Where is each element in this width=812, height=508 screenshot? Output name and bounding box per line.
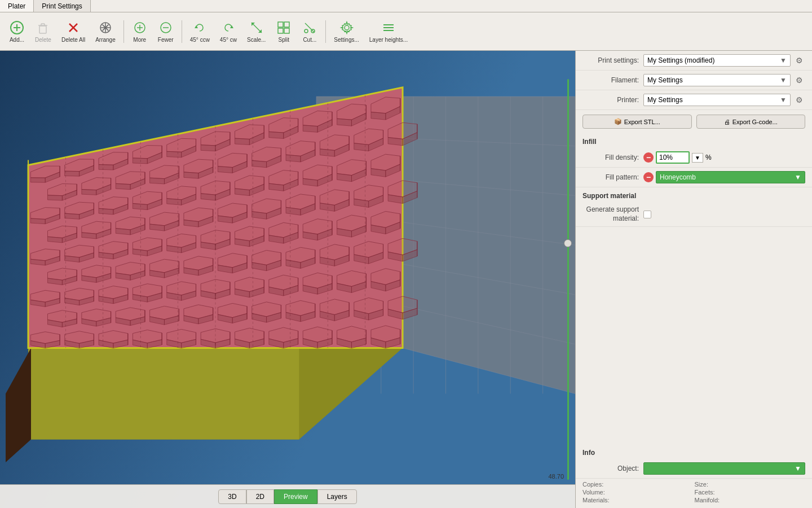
object-control: ▼ <box>643 462 805 475</box>
svg-point-30 <box>304 29 308 33</box>
manifold-key: Manifold: <box>695 497 720 503</box>
viewport[interactable]: 48.70 3D 2D Preview Layers <box>0 51 575 508</box>
object-label: Object: <box>582 465 639 472</box>
cut-label: Cut... <box>303 37 316 43</box>
svg-point-32 <box>345 25 349 30</box>
print-settings-control: My Settings (modified) ▼ ⚙ <box>643 54 805 67</box>
fill-pattern-arrow: ▼ <box>795 173 801 181</box>
object-row: Object: ▼ <box>576 459 812 479</box>
rotate-cw-label: 45° cw <box>220 37 237 43</box>
fill-pattern-decrease-btn[interactable]: − <box>643 172 654 182</box>
slider-thumb[interactable] <box>564 239 572 247</box>
more-icon <box>132 20 148 36</box>
fill-pattern-select[interactable]: Honeycomb ▼ <box>656 171 805 183</box>
info-section-header: Info <box>576 444 812 459</box>
toolbar-split[interactable]: Split <box>271 17 296 45</box>
print-settings-value: My Settings (modified) <box>647 56 714 64</box>
toolbar-settings[interactable]: Settings... <box>329 17 363 45</box>
toolbar-more[interactable]: More <box>127 17 152 45</box>
generate-support-control <box>643 211 805 218</box>
info-grid: Copies: Size: Volume: Facets: Materials:… <box>576 479 812 508</box>
toolbar-scale[interactable]: Scale... <box>242 17 270 45</box>
filament-value: My Settings <box>647 76 683 84</box>
toolbar-rotate-cw[interactable]: 45° cw <box>215 17 241 45</box>
print-settings-label: Print settings: <box>582 56 639 64</box>
view-layers-btn[interactable]: Layers <box>317 489 357 504</box>
rotate-ccw-label: 45° ccw <box>190 37 210 43</box>
infill-section-header: Infill <box>576 133 812 148</box>
view-controls: 3D 2D Preview Layers <box>0 484 575 508</box>
toolbar-more-label: More <box>133 37 146 43</box>
size-item: Size: <box>695 481 806 488</box>
fill-density-input[interactable] <box>656 151 690 164</box>
svg-rect-26 <box>284 22 289 27</box>
object-select[interactable]: ▼ <box>643 462 805 475</box>
filament-select[interactable]: My Settings ▼ <box>643 74 791 86</box>
toolbar-arrange-label: Arrange <box>95 37 116 43</box>
print-settings-select[interactable]: My Settings (modified) ▼ <box>643 54 791 67</box>
tab-print-settings[interactable]: Print Settings <box>34 0 90 12</box>
fill-density-arrow-btn[interactable]: ▼ <box>692 153 703 163</box>
toolbar-rotate-ccw[interactable]: 45° ccw <box>186 17 214 45</box>
fill-density-decrease-btn[interactable]: − <box>643 152 654 163</box>
main-area: 48.70 3D 2D Preview Layers Print setting… <box>0 51 812 508</box>
toolbar-sep-3 <box>325 20 326 43</box>
view-2d-btn[interactable]: 2D <box>246 489 274 504</box>
svg-marker-20 <box>195 25 198 28</box>
toolbar-add[interactable]: Add... <box>5 17 29 45</box>
settings-icon <box>339 20 355 36</box>
printer-label: Printer: <box>582 96 639 104</box>
split-label: Split <box>279 37 289 43</box>
split-icon <box>276 20 292 36</box>
filament-label: Filament: <box>582 76 639 84</box>
delete-icon <box>35 20 51 36</box>
generate-support-checkbox[interactable] <box>643 211 651 218</box>
printer-gear[interactable]: ⚙ <box>793 94 805 106</box>
fill-pattern-row: Fill pattern: − Honeycomb ▼ <box>576 168 812 187</box>
view-3d-btn[interactable]: 3D <box>218 489 246 504</box>
toolbar-fewer[interactable]: Fewer <box>153 17 178 45</box>
right-panel: Print settings: My Settings (modified) ▼… <box>575 51 812 508</box>
generate-support-row: Generate support material: <box>576 202 812 227</box>
add-icon <box>9 20 25 36</box>
spacer <box>576 227 812 444</box>
layer-heights-label: Layer heights... <box>369 37 408 43</box>
fill-density-control: − ▼ % <box>643 151 805 164</box>
print-settings-gear[interactable]: ⚙ <box>793 54 805 67</box>
toolbar-delete-all-label: Delete All <box>61 37 85 43</box>
size-key: Size: <box>695 481 708 488</box>
tab-plater[interactable]: Plater <box>0 0 34 12</box>
printer-select[interactable]: My Settings ▼ <box>643 94 791 106</box>
layer-slider[interactable] <box>565 79 571 480</box>
toolbar-sep-2 <box>182 20 182 43</box>
export-stl-icon: 📦 <box>614 118 622 125</box>
export-gcode-btn[interactable]: 🖨 Export G-code... <box>696 115 806 129</box>
slider-track <box>567 79 569 480</box>
toolbar-delete-all[interactable]: Delete All <box>57 17 90 45</box>
export-gcode-icon: 🖨 <box>724 119 730 125</box>
filament-row: Filament: My Settings ▼ ⚙ <box>576 71 812 90</box>
copies-key: Copies: <box>582 481 603 488</box>
toolbar-arrange[interactable]: Arrange <box>91 17 120 45</box>
settings-label: Settings... <box>334 37 359 43</box>
volume-item: Volume: <box>582 489 694 496</box>
view-preview-btn[interactable]: Preview <box>274 489 317 504</box>
export-gcode-label: Export G-code... <box>732 119 778 125</box>
density-input-wrap: ▼ <box>656 151 703 164</box>
arrange-icon <box>98 20 113 36</box>
fill-pattern-value: Honeycomb <box>660 173 696 181</box>
fill-density-percent: % <box>705 154 712 161</box>
filament-control: My Settings ▼ ⚙ <box>643 74 805 86</box>
export-stl-btn[interactable]: 📦 Export STL... <box>582 115 692 129</box>
fewer-icon <box>158 20 174 36</box>
printer-row: Printer: My Settings ▼ ⚙ <box>576 90 812 110</box>
print-settings-arrow: ▼ <box>780 56 787 64</box>
toolbar-layer-heights[interactable]: Layer heights... <box>365 17 412 45</box>
filament-gear[interactable]: ⚙ <box>793 74 805 86</box>
print-settings-row: Print settings: My Settings (modified) ▼… <box>576 51 812 71</box>
toolbar-delete[interactable]: Delete <box>30 17 56 45</box>
filament-arrow: ▼ <box>780 76 787 84</box>
fill-pattern-label: Fill pattern: <box>582 173 639 181</box>
toolbar-cut[interactable]: Cut... <box>297 17 322 45</box>
title-bar: Plater Print Settings <box>0 0 812 12</box>
